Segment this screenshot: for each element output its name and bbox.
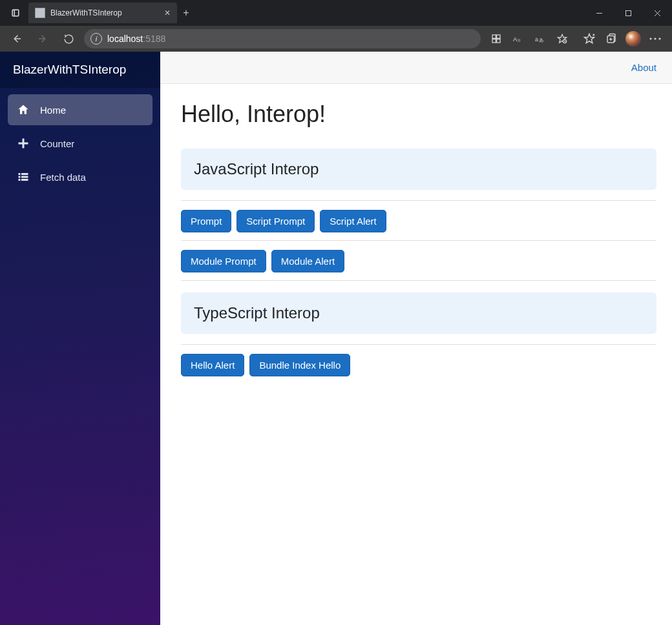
read-aloud-icon[interactable]: A)) <box>508 28 529 49</box>
page-favicon-icon <box>35 8 45 18</box>
topbar: About <box>160 52 672 84</box>
svg-rect-10 <box>492 39 496 43</box>
section-heading-ts: TypeScript Interop <box>181 292 656 334</box>
divider <box>181 200 656 201</box>
favorites-icon[interactable] <box>579 28 600 49</box>
svg-rect-0 <box>12 10 19 16</box>
window-titlebar: BlazerWithTSInterop ✕ + <box>0 0 672 26</box>
svg-text:A: A <box>513 36 518 43</box>
window-close-button[interactable] <box>643 0 672 26</box>
translate-icon[interactable]: aぁ <box>530 28 551 49</box>
svg-rect-8 <box>492 35 496 38</box>
site-info-icon[interactable]: i <box>90 33 102 45</box>
collections-icon[interactable] <box>601 28 622 49</box>
module-prompt-button[interactable]: Module Prompt <box>181 250 266 272</box>
svg-rect-34 <box>21 179 28 181</box>
sidebar-item-counter[interactable]: Counter <box>8 128 152 159</box>
sidebar-item-fetch-data[interactable]: Fetch data <box>8 161 152 192</box>
favorite-settings-icon[interactable] <box>552 28 572 49</box>
close-tab-icon[interactable]: ✕ <box>164 8 171 17</box>
browser-tab[interactable]: BlazerWithTSInterop ✕ <box>28 3 177 23</box>
svg-rect-32 <box>21 176 28 178</box>
sidebar-item-label: Home <box>40 105 66 116</box>
module-alert-button[interactable]: Module Alert <box>271 250 344 272</box>
nav-refresh-button[interactable] <box>58 28 79 49</box>
main-content: About Hello, Interop! JavaScript Interop… <box>160 52 672 625</box>
page-title: Hello, Interop! <box>181 101 656 128</box>
window-minimize-button[interactable] <box>585 0 614 26</box>
toolbar-right-icons: A)) aぁ <box>486 28 666 49</box>
browser-toolbar: i localhost:5188 A)) aぁ <box>0 26 672 52</box>
svg-rect-29 <box>19 173 21 175</box>
svg-text:aぁ: aぁ <box>535 36 544 43</box>
window-controls <box>585 0 672 26</box>
profile-avatar[interactable] <box>623 28 644 49</box>
brand-title[interactable]: BlazerWithTSInterop <box>0 52 160 88</box>
svg-point-24 <box>649 37 651 39</box>
address-bar[interactable]: i localhost:5188 <box>84 29 481 48</box>
tab-actions-button[interactable] <box>5 3 26 23</box>
svg-rect-3 <box>626 10 631 15</box>
script-prompt-button[interactable]: Script Prompt <box>236 210 315 232</box>
bundle-index-hello-button[interactable]: Bundle Index Hello <box>249 354 350 376</box>
nav-back-button[interactable] <box>6 28 27 49</box>
svg-rect-11 <box>497 39 500 43</box>
home-icon <box>17 103 30 116</box>
svg-point-25 <box>654 37 656 39</box>
divider <box>181 344 656 345</box>
prompt-button[interactable]: Prompt <box>181 210 231 232</box>
new-tab-button[interactable]: + <box>177 7 195 19</box>
button-row-3: Hello Alert Bundle Index Hello <box>181 354 656 376</box>
more-menu-icon[interactable] <box>645 28 666 49</box>
divider <box>181 280 656 281</box>
svg-text:)): )) <box>518 37 520 42</box>
sidebar: BlazerWithTSInterop Home Counter <box>0 52 160 625</box>
enhance-icon[interactable] <box>486 28 507 49</box>
sidebar-item-home[interactable]: Home <box>8 94 152 125</box>
page-body: Hello, Interop! JavaScript Interop Promp… <box>160 84 672 400</box>
address-url: localhost:5188 <box>107 34 165 44</box>
plus-icon <box>17 137 30 150</box>
nav-forward-button[interactable] <box>32 28 53 49</box>
tab-title: BlazerWithTSInterop <box>50 8 159 17</box>
list-icon <box>17 170 30 183</box>
script-alert-button[interactable]: Script Alert <box>320 210 386 232</box>
svg-rect-31 <box>19 176 21 178</box>
sidebar-item-label: Counter <box>40 138 74 149</box>
svg-point-17 <box>564 41 565 42</box>
svg-rect-9 <box>497 35 500 38</box>
button-row-1: Prompt Script Prompt Script Alert <box>181 210 656 232</box>
button-row-2: Module Prompt Module Alert <box>181 250 656 272</box>
svg-rect-33 <box>19 179 21 181</box>
about-link[interactable]: About <box>631 62 656 73</box>
svg-rect-28 <box>19 143 28 145</box>
svg-point-26 <box>658 37 660 39</box>
section-heading-js: JavaScript Interop <box>181 149 656 190</box>
svg-rect-30 <box>21 173 28 175</box>
window-maximize-button[interactable] <box>614 0 643 26</box>
hello-alert-button[interactable]: Hello Alert <box>181 354 244 376</box>
sidebar-nav: Home Counter Fetch data <box>0 88 160 192</box>
divider <box>181 240 656 241</box>
sidebar-item-label: Fetch data <box>40 172 86 183</box>
